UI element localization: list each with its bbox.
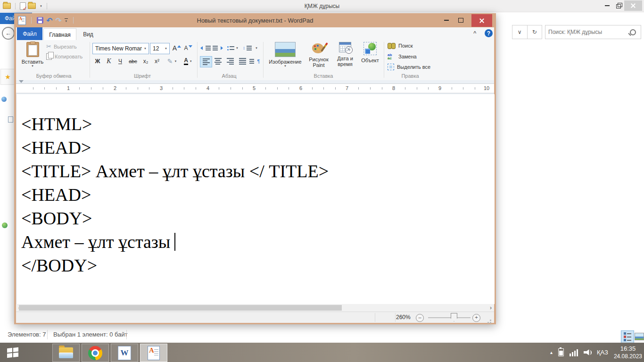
clock[interactable]: 16:35 24.08.2023 [614,345,642,360]
search-input[interactable] [545,29,630,35]
thumbnail-view-button[interactable] [634,331,644,342]
explorer-minimize-button[interactable] [602,0,613,11]
taskbar-wordpad[interactable] [140,344,167,362]
insert-object-button[interactable]: Объект [359,42,381,63]
zoom-slider-thumb[interactable] [451,313,457,321]
explorer-close-button[interactable] [624,0,642,11]
taskbar: W ▴ ҚАЗ 16:35 24.08.2023 [0,343,644,362]
divider [31,17,32,24]
shrink-font-button[interactable]: A [183,43,193,53]
zoom-out-button[interactable]: – [416,314,424,322]
align-right-button[interactable] [224,56,236,66]
grow-font-button[interactable]: A [172,43,182,53]
taskbar-chrome[interactable] [82,344,109,362]
tab-file[interactable]: Файл [17,27,42,40]
scrollbar-thumb[interactable] [19,305,342,311]
font-family-combobox[interactable]: Times New Roman ▼ [92,43,149,54]
show-hidden-icons-button[interactable]: ▴ [550,350,553,355]
superscript-button[interactable]: x² [152,56,162,66]
highlight-color-button[interactable]: ✎ ▼ [165,56,179,66]
justify-button[interactable] [237,56,248,66]
find-button[interactable]: Поиск [388,43,413,49]
first-line-indent-marker[interactable] [19,80,24,83]
redo-button[interactable]: ↷ [55,16,61,25]
favorites-item[interactable]: ★ [0,69,15,85]
details-view-button[interactable] [621,330,634,343]
wordpad-minimize-button[interactable] [439,14,454,26]
font-size-combobox[interactable]: 12 ▼ [150,43,170,54]
start-button[interactable] [4,346,22,360]
resize-grip[interactable] [490,320,491,321]
subscript-button[interactable]: x₂ [140,56,151,66]
zoom-slider-track[interactable] [428,317,471,318]
ruler-number: 1 [66,85,71,91]
battery-icon[interactable] [558,348,564,356]
customize-qat-button[interactable]: ▼ [65,18,68,23]
zoom-in-button[interactable]: + [472,314,480,322]
file-icon-globe-green[interactable] [2,222,8,228]
tab-view[interactable]: Вид [78,28,98,40]
paint-drawing-button[interactable]: Рисунок Paint [306,42,331,68]
volume-icon[interactable] [584,349,591,356]
date-time-button[interactable]: Дата и время [333,42,357,67]
paragraph-dialog-button[interactable]: ¶ [249,56,260,66]
ruler-band: 1 2 3 4 5 6 7 8 9 10 [16,83,494,93]
strikethrough-button[interactable]: abc [126,56,140,66]
ruler-number: 7 [344,85,350,91]
ribbon-tab-row: Файл Главная Вид ^ ? [16,27,494,41]
refresh-button[interactable]: ↻ [528,25,542,39]
highlight-pen-icon: ✎ [167,58,173,65]
collapse-ribbon-icon[interactable]: ^ [473,30,476,36]
paint-palette-icon [312,42,325,54]
wordpad-maximize-button[interactable] [454,14,468,26]
language-indicator[interactable]: ҚАЗ [597,349,608,356]
decrease-indent-button[interactable] [200,43,211,53]
network-signal-icon[interactable] [570,349,578,356]
font-color-button[interactable]: A ▼ [181,56,195,66]
object-icon [363,42,377,55]
file-explorer-icon [59,347,73,358]
divider [375,313,375,322]
wordpad-app-icon[interactable] [18,16,26,25]
align-center-button[interactable] [212,56,223,66]
taskbar-file-explorer[interactable] [52,344,80,362]
bold-button[interactable]: Ж [92,56,103,66]
wordpad-titlebar[interactable]: Новый текстовый документ.txt - WordPad ↶… [14,13,496,27]
italic-button[interactable]: К [104,56,114,66]
ruler[interactable]: 1 2 3 4 5 6 7 8 9 10 [16,80,494,94]
search-icon[interactable] [630,29,636,35]
replace-button[interactable]: abac Замена [388,53,417,60]
scissors-icon: ✂ [46,43,51,50]
list-button[interactable]: ▼ [225,43,240,53]
paste-button[interactable]: Вставить ▼ [21,42,44,67]
scroll-right-arrow[interactable]: › [487,304,494,312]
cut-button[interactable]: ✂ Вырезать [46,43,77,50]
save-button[interactable] [37,17,43,24]
tab-home[interactable]: Главная [43,28,76,41]
underline-button[interactable]: Ч [115,56,125,66]
align-left-button[interactable] [200,56,212,67]
horizontal-scrollbar[interactable]: ‹ › [16,304,494,312]
explorer-restore-button[interactable] [613,0,624,11]
back-button[interactable]: ← [2,27,15,40]
document-area[interactable]: <HTML> <HEAD> <TITLE> Ахмет – ұлт ұстазы… [16,94,495,304]
ruler-number: 10 [482,85,491,91]
increase-indent-button[interactable] [212,43,223,53]
address-dropdown-button[interactable]: ∨ [512,25,528,39]
doc-line: <HTML> [21,112,495,136]
taskbar-word[interactable]: W [111,344,138,362]
select-all-button[interactable]: Выделить все [388,64,430,70]
insert-image-button[interactable]: Изображение ▼ [266,42,305,67]
divider [73,17,74,24]
file-icon-document[interactable] [8,116,13,123]
items-count: Элементов: 7 [8,331,46,338]
undo-button[interactable]: ↶ [46,16,52,25]
file-icon-globe[interactable] [1,97,7,102]
line-spacing-button[interactable]: ↕ ▼ [242,43,258,53]
document-text[interactable]: <HTML> <HEAD> <TITLE> Ахмет – ұлт ұстазы… [17,94,495,277]
divider [126,330,127,339]
explorer-search-box[interactable] [545,25,641,39]
help-icon[interactable]: ? [485,29,493,37]
wordpad-close-button[interactable] [471,14,492,27]
copy-button[interactable]: Копировать [46,53,83,60]
